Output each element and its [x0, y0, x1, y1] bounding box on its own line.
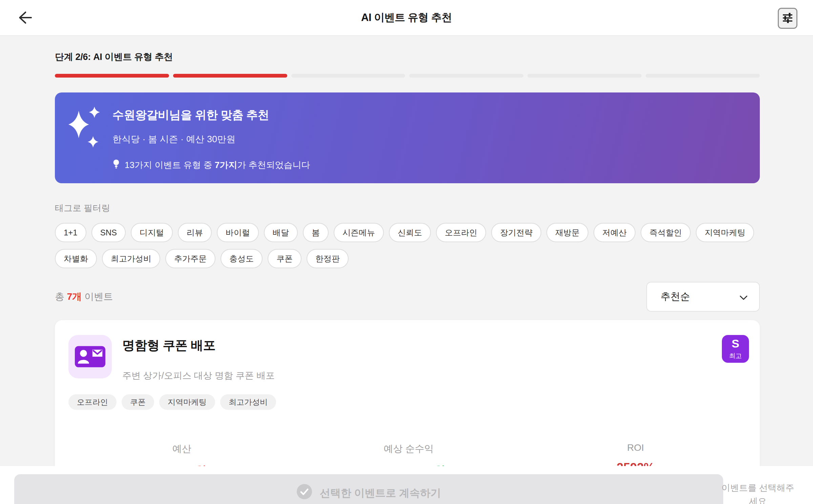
tag-chip[interactable]: 1+1 — [55, 223, 86, 242]
event-tag: 쿠폰 — [122, 394, 154, 410]
progress-segment — [55, 74, 169, 78]
tag-chip[interactable]: 장기전략 — [491, 223, 541, 242]
tag-chip[interactable]: 즉석할인 — [641, 223, 691, 242]
tag-chip[interactable]: 신뢰도 — [389, 223, 431, 242]
banner-text: 수원왕갈비님을 위한 맞춤 추천 한식당 · 봄 시즌 · 예산 30만원 13… — [112, 92, 310, 183]
event-tags: 오프라인쿠폰지역마케팅최고가성비 — [68, 394, 749, 410]
grade-badge: S 최고 — [722, 335, 749, 363]
continue-button[interactable]: 선택한 이벤트로 계속하기 — [14, 474, 723, 504]
banner-title: 수원왕갈비님을 위한 맞춤 추천 — [112, 107, 310, 123]
tag-chip[interactable]: 최고가성비 — [102, 249, 160, 268]
step-label: 단계 2/6: AI 이벤트 유형 추천 — [55, 51, 760, 63]
tag-chip[interactable]: 추가주문 — [165, 249, 215, 268]
progress-segment — [173, 74, 287, 78]
progress-bar — [55, 74, 760, 78]
event-tag: 최고가성비 — [220, 394, 276, 410]
grade-badge-letter: S — [732, 338, 739, 349]
continue-button-label: 선택한 이벤트로 계속하기 — [320, 486, 441, 500]
main-content: 단계 2/6: AI 이벤트 유형 추천 수원왕갈비님을 위한 맞춤 추천 한식… — [0, 36, 813, 504]
progress-segment — [646, 74, 760, 78]
sort-dropdown[interactable]: 추천순 — [646, 282, 760, 312]
tune-sliders-icon — [781, 12, 794, 25]
tag-chip[interactable]: 오프라인 — [436, 223, 486, 242]
progress-segment — [291, 74, 405, 78]
tag-chip[interactable]: 바이럴 — [217, 223, 259, 242]
chevron-down-icon — [739, 291, 748, 302]
back-button[interactable] — [14, 7, 35, 28]
event-title: 명함형 쿠폰 배포 — [122, 337, 722, 354]
check-circle-icon — [296, 484, 312, 502]
stat-label: 예상 순수익 — [295, 442, 522, 455]
progress-segment — [409, 74, 523, 78]
grade-badge-label: 최고 — [729, 352, 742, 360]
tag-chip[interactable]: 충성도 — [221, 249, 263, 268]
arrow-left-icon — [16, 23, 34, 28]
lightbulb-icon — [112, 159, 120, 171]
stat-label: ROI — [522, 442, 749, 453]
tag-chip[interactable]: 저예산 — [593, 223, 635, 242]
tag-chip[interactable]: 재방문 — [546, 223, 588, 242]
tag-chip[interactable]: 디지털 — [131, 223, 173, 242]
banner-subtitle: 한식당 · 봄 시즌 · 예산 30만원 — [112, 133, 310, 145]
event-card-head: 명함형 쿠폰 배포 주변 상가/오피스 대상 명함 쿠폰 배포 S 최고 — [68, 335, 749, 382]
selection-hint: 이벤트를 선택해주세요 — [717, 481, 798, 504]
tag-chip[interactable]: SNS — [91, 223, 126, 242]
banner-info-text: 13가지 이벤트 유형 중 7가지가 추천되었습니다 — [125, 159, 310, 171]
recommendation-banner: 수원왕갈비님을 위한 맞춤 추천 한식당 · 봄 시즌 · 예산 30만원 13… — [55, 92, 760, 183]
contact-card-icon — [68, 335, 112, 378]
tag-chip[interactable]: 한정판 — [307, 249, 349, 268]
event-count: 총 7개 이벤트 — [55, 290, 113, 303]
stat-label: 예산 — [68, 442, 295, 455]
tag-chip[interactable]: 시즌메뉴 — [334, 223, 384, 242]
list-header: 총 7개 이벤트 추천순 — [55, 282, 760, 312]
event-card-titles: 명함형 쿠폰 배포 주변 상가/오피스 대상 명함 쿠폰 배포 — [122, 335, 722, 382]
header: AI 이벤트 유형 추천 — [0, 0, 813, 36]
event-tag: 지역마케팅 — [159, 394, 215, 410]
step-section: 단계 2/6: AI 이벤트 유형 추천 — [55, 36, 760, 78]
footer: 선택한 이벤트로 계속하기 이벤트를 선택해주세요 — [0, 466, 813, 504]
tag-chip[interactable]: 쿠폰 — [268, 249, 301, 268]
tag-chip[interactable]: 지역마케팅 — [696, 223, 754, 242]
sparkles-icon — [68, 107, 101, 183]
tag-chip[interactable]: 봄 — [303, 223, 329, 242]
sort-dropdown-value: 추천순 — [661, 290, 690, 303]
event-subtitle: 주변 상가/오피스 대상 명함 쿠폰 배포 — [122, 370, 722, 382]
page-title: AI 이벤트 유형 추천 — [361, 10, 452, 25]
tag-filter-section: 태그로 필터링 1+1SNS디지털리뷰바이럴배달봄시즌메뉴신뢰도오프라인장기전략… — [55, 202, 760, 268]
filter-button[interactable] — [778, 8, 797, 29]
event-tag: 오프라인 — [68, 394, 117, 410]
tag-chip[interactable]: 배달 — [264, 223, 298, 242]
tag-chip[interactable]: 리뷰 — [178, 223, 212, 242]
banner-info: 13가지 이벤트 유형 중 7가지가 추천되었습니다 — [112, 159, 310, 171]
tag-filter-label: 태그로 필터링 — [55, 202, 760, 214]
progress-segment — [527, 74, 642, 78]
tag-filter-chips: 1+1SNS디지털리뷰바이럴배달봄시즌메뉴신뢰도오프라인장기전략재방문저예산즉석… — [55, 223, 760, 268]
tag-chip[interactable]: 차별화 — [55, 249, 97, 268]
